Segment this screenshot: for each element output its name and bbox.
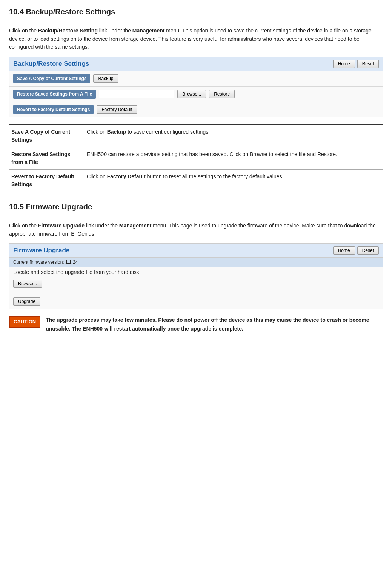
restore-file-input[interactable] [99, 90, 174, 98]
panel1-header-buttons: Home Reset [333, 60, 379, 68]
fw-browse-row: Browse... [9, 277, 383, 290]
table-row: Revert to Factory Default Settings Click… [9, 170, 383, 192]
table-desc-1: Click on Backup to save current configur… [85, 125, 383, 147]
firmware-version-label: Current firmware version: 1.1.24 [13, 260, 78, 265]
settings-description-table: Save A Copy of Current Settings Click on… [9, 124, 383, 192]
panel2-header: Firmware Upgrade Home Reset [9, 244, 383, 258]
bold-management: Management [132, 28, 165, 34]
backup-restore-panel: Backup/Restore Settings Home Reset Save … [9, 57, 383, 117]
panel1-home-button[interactable]: Home [333, 60, 355, 68]
section1-heading: 10.4 Backup/Restore Settings [9, 8, 383, 16]
table-row: Save A Copy of Current Settings Click on… [9, 125, 383, 147]
save-copy-label: Save A Copy of Current Settings [13, 74, 90, 83]
panel1-title: Backup/Restore Settings [13, 60, 89, 68]
panel2-header-buttons: Home Reset [333, 246, 379, 255]
upgrade-button[interactable]: Upgrade [13, 297, 40, 306]
section1-intro: Click on the Backup/Restore Setting link… [9, 27, 383, 51]
panel2-home-button[interactable]: Home [333, 246, 355, 255]
panel1-header: Backup/Restore Settings Home Reset [9, 57, 383, 71]
table-term-2: Restore Saved Settings from a File [9, 147, 85, 170]
section2-heading: 10.5 Firmware Upgrade [9, 202, 383, 211]
table-term-1: Save A Copy of Current Settings [9, 125, 85, 147]
restore-file-row: Restore Saved Settings from A File Brows… [9, 87, 383, 102]
table-row: Restore Saved Settings from a File ENH50… [9, 147, 383, 170]
factory-default-button[interactable]: Factory Default [97, 105, 137, 114]
factory-default-row: Revert to Factory Default Settings Facto… [9, 102, 383, 117]
fw-spacer [9, 290, 383, 294]
save-copy-row: Save A Copy of Current Settings Backup [9, 71, 383, 87]
fw-browse-button[interactable]: Browse... [13, 280, 42, 288]
bold-management2: Management [119, 223, 152, 229]
panel2-reset-button[interactable]: Reset [357, 246, 379, 255]
section2-intro: Click on the Firmware Upgrade link under… [9, 222, 383, 238]
table-term-3: Revert to Factory Default Settings [9, 170, 85, 192]
fw-upgrade-row: Upgrade [9, 294, 383, 309]
factory-default-label: Revert to Factory Default Settings [13, 105, 94, 114]
locate-file-label: Locate and select the upgrade file from … [13, 269, 141, 275]
panel2-title: Firmware Upgrade [13, 247, 69, 254]
firmware-version-row: Current firmware version: 1.1.24 [9, 258, 383, 267]
restore-file-label: Restore Saved Settings from A File [13, 90, 96, 99]
bold-firmware: Firmware Upgrade [38, 223, 85, 229]
caution-text: The upgrade process may take few minutes… [46, 316, 383, 333]
caution-badge: CAUTION [9, 316, 40, 328]
restore-button[interactable]: Restore [209, 90, 235, 98]
browse-button[interactable]: Browse... [177, 90, 206, 98]
bold-backup-restore: Backup/Restore Setting [38, 28, 98, 34]
firmware-upgrade-panel: Firmware Upgrade Home Reset Current firm… [9, 243, 383, 309]
caution-section: CAUTION The upgrade process may take few… [9, 316, 383, 338]
table-desc-2: ENH500 can restore a previous setting th… [85, 147, 383, 170]
table-desc-3: Click on Factory Default button to reset… [85, 170, 383, 192]
locate-file-row: Locate and select the upgrade file from … [9, 267, 383, 277]
panel1-reset-button[interactable]: Reset [357, 60, 379, 68]
backup-button[interactable]: Backup [93, 74, 118, 83]
